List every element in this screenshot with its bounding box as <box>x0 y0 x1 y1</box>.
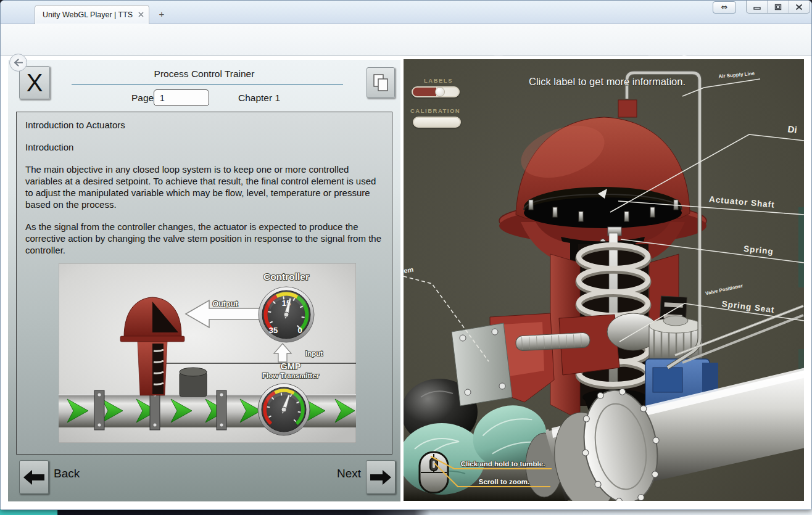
background-glow <box>798 207 804 287</box>
next-arrow-icon <box>369 468 392 487</box>
paragraph-2: As the signal from the controller change… <box>25 221 382 256</box>
back-arrow-icon <box>14 59 23 67</box>
control-loop-figure: Output Controller 15 <box>59 263 356 443</box>
pages-icon <box>373 74 389 91</box>
maximize-button[interactable] <box>768 1 789 13</box>
next-button[interactable] <box>366 460 396 494</box>
page-label: Page <box>131 93 154 104</box>
input-label: Input <box>305 350 323 357</box>
gauge-0: 0 <box>297 326 302 335</box>
calibration-toggle-label: CALIBRATION <box>410 107 460 114</box>
page-number-input[interactable] <box>154 89 209 106</box>
back-arrow-icon <box>22 468 46 487</box>
browser-window: Unity WebGL Player | TTS Demo + ⇔ <box>0 0 812 510</box>
window-controls <box>746 1 810 14</box>
book-title: Process Control Trainer <box>68 68 340 80</box>
pipe-motor <box>180 368 207 397</box>
output-label: Output <box>213 300 239 308</box>
labels-toggle-knob[interactable] <box>435 87 445 97</box>
page-content: X Process Control Trainer Page Chapter 1… <box>1 56 811 510</box>
minimize-icon <box>753 4 761 10</box>
gmp-label: GMP <box>280 361 300 371</box>
next-button-label: Next <box>318 467 361 480</box>
calibration-toggle[interactable] <box>413 117 461 128</box>
chapter-label: Chapter 1 <box>238 93 280 104</box>
paragraph-1: The main objective in any closed loop sy… <box>25 163 382 210</box>
labels-toggle[interactable] <box>412 86 460 97</box>
book-text-area[interactable]: Introduction to Actuators Introduction T… <box>16 112 392 455</box>
tab-title: Unity WebGL Player | TTS Demo <box>43 10 135 19</box>
section-heading: Introduction to Actuators <box>25 119 382 131</box>
flow-transmitter-gauge <box>258 384 310 435</box>
resize-arrows-icon[interactable]: ⇔ <box>713 1 736 14</box>
book-panel: X Process Control Trainer Page Chapter 1… <box>8 60 400 501</box>
back-button[interactable] <box>19 460 49 494</box>
titlebar: Unity WebGL Player | TTS Demo + ⇔ <box>1 1 811 24</box>
flow-transmitter-label: Flow Transmitter <box>262 372 320 379</box>
section-subheading: Introduction <box>25 141 382 153</box>
tab-close-icon[interactable] <box>138 11 144 19</box>
label-diaphragm-partial[interactable]: Di <box>787 123 798 135</box>
maximize-icon <box>774 4 782 10</box>
nav-back-button[interactable] <box>9 54 27 72</box>
zoom-hint-text: Scroll to zoom. <box>479 478 529 485</box>
viewer-3d-panel[interactable]: Click label to get more information. Air… <box>404 59 804 501</box>
close-icon <box>795 4 803 10</box>
labels-toggle-label: LABELS <box>424 77 453 84</box>
viewer-hint-text: Click label to get more information. <box>529 76 686 87</box>
title-underline <box>72 84 343 84</box>
controller-gauge: 15 35 0 <box>259 287 314 342</box>
table-of-contents-button[interactable] <box>367 67 395 98</box>
navbar: file://///TTSTAMFILE/Clients/RoyalRender… <box>1 24 811 56</box>
close-button[interactable] <box>789 1 810 13</box>
controller-label: Controller <box>263 271 309 282</box>
viewer-3d-canvas[interactable]: Click label to get more information. Air… <box>404 59 804 501</box>
browser-tab[interactable]: Unity WebGL Player | TTS Demo <box>35 5 149 24</box>
gauge-35: 35 <box>269 326 278 335</box>
screen: Unity WebGL Player | TTS Demo + ⇔ <box>0 0 812 515</box>
minimize-button[interactable] <box>747 1 768 13</box>
new-tab-button[interactable]: + <box>154 9 170 21</box>
tumble-hint-text: Click and hold to tumble. <box>461 460 545 468</box>
back-button-label: Back <box>54 467 80 480</box>
book-close-button[interactable]: X <box>19 66 50 99</box>
